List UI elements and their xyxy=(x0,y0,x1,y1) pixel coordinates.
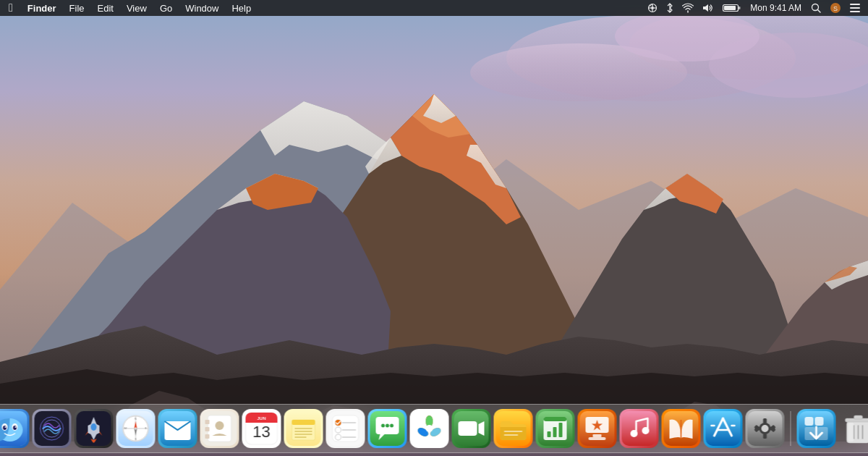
time-machine-icon[interactable] xyxy=(645,3,660,13)
menubar-right: Mon 9:41 AM S xyxy=(645,2,862,14)
svg-rect-157 xyxy=(848,423,854,442)
wallpaper xyxy=(0,0,868,456)
wifi-icon[interactable] xyxy=(680,3,696,13)
dock-trash[interactable] xyxy=(839,409,869,448)
battery-icon[interactable] xyxy=(720,4,743,12)
menubar-left:  Finder File Edit View Go Window Help xyxy=(6,0,257,16)
svg-rect-124 xyxy=(589,437,606,440)
svg-rect-147 xyxy=(815,417,824,426)
svg-rect-39 xyxy=(850,4,860,5)
svg-rect-117 xyxy=(548,431,551,437)
menubar:  Finder File Edit View Go Window Help xyxy=(0,0,868,16)
svg-rect-146 xyxy=(805,417,814,426)
dock-appstore[interactable] xyxy=(704,409,743,448)
dock-notes[interactable] xyxy=(284,409,323,448)
svg-rect-34 xyxy=(739,7,741,9)
svg-rect-118 xyxy=(553,427,557,437)
user-icon[interactable]: S xyxy=(827,2,843,14)
svg-point-74 xyxy=(216,421,224,430)
svg-point-30 xyxy=(651,7,654,9)
svg-text:N: N xyxy=(135,417,137,421)
svg-text:W: W xyxy=(124,426,127,430)
svg-rect-156 xyxy=(854,415,863,419)
dock-mail[interactable] xyxy=(158,409,197,448)
svg-rect-120 xyxy=(544,417,567,421)
svg-rect-73 xyxy=(205,434,210,439)
svg-point-100 xyxy=(390,424,393,428)
svg-point-49 xyxy=(5,426,7,428)
svg-rect-72 xyxy=(205,427,210,431)
menu-list-icon[interactable] xyxy=(848,4,862,12)
dock-finder[interactable] xyxy=(0,409,30,448)
svg-rect-131 xyxy=(706,411,741,446)
svg-point-47 xyxy=(3,426,7,430)
svg-point-50 xyxy=(15,426,17,428)
svg-rect-150 xyxy=(818,427,828,440)
menubar-window[interactable]: Window xyxy=(179,0,224,16)
apple-menu[interactable]:  xyxy=(6,0,20,16)
svg-rect-126 xyxy=(622,411,657,446)
svg-rect-137 xyxy=(763,418,767,423)
clock[interactable]: Mon 9:41 AM xyxy=(747,3,804,13)
dock-keynote[interactable] xyxy=(578,409,617,448)
dock: N S E W xyxy=(0,404,868,453)
svg-point-108 xyxy=(426,425,433,432)
dock-contacts[interactable] xyxy=(200,409,239,448)
svg-rect-41 xyxy=(850,11,860,12)
menubar-go[interactable]: Go xyxy=(154,0,178,16)
svg-text:E: E xyxy=(145,426,147,430)
bluetooth-icon[interactable] xyxy=(664,2,676,14)
svg-rect-40 xyxy=(850,7,860,9)
svg-point-48 xyxy=(13,426,17,430)
svg-rect-149 xyxy=(805,427,815,440)
svg-point-99 xyxy=(386,424,389,428)
menubar-finder[interactable]: Finder xyxy=(22,0,62,16)
dock-photos[interactable] xyxy=(410,409,449,448)
dock-music[interactable] xyxy=(620,409,659,448)
svg-rect-71 xyxy=(205,420,210,424)
dock-system-preferences[interactable] xyxy=(746,409,785,448)
svg-text:JUN: JUN xyxy=(257,416,265,421)
svg-point-136 xyxy=(762,425,769,432)
svg-point-5 xyxy=(615,11,760,62)
svg-text:S: S xyxy=(135,437,137,441)
menubar-view[interactable]: View xyxy=(121,0,153,16)
svg-rect-110 xyxy=(459,421,477,436)
dock-downloads[interactable] xyxy=(797,409,836,448)
dock-numbers[interactable] xyxy=(536,409,575,448)
svg-text:13: 13 xyxy=(252,423,270,441)
dock-launchpad[interactable] xyxy=(75,409,114,448)
menubar-help[interactable]: Help xyxy=(226,0,257,16)
menubar-file[interactable]: File xyxy=(64,0,90,16)
svg-rect-119 xyxy=(559,423,563,437)
svg-marker-32 xyxy=(703,4,708,12)
svg-rect-138 xyxy=(763,434,767,439)
dock-safari[interactable]: N S E W xyxy=(116,409,156,448)
dock-calendar[interactable]: JUN 13 xyxy=(242,409,281,448)
dock-messages[interactable] xyxy=(368,409,407,448)
svg-text:S: S xyxy=(833,5,838,12)
svg-point-128 xyxy=(642,427,650,434)
desktop:  Finder File Edit View Go Window Help xyxy=(0,0,868,456)
menubar-edit[interactable]: Edit xyxy=(92,0,119,16)
svg-point-98 xyxy=(381,424,385,428)
svg-rect-83 xyxy=(292,420,315,425)
search-icon[interactable] xyxy=(809,3,823,13)
volume-icon[interactable] xyxy=(700,3,716,13)
dock-facetime[interactable] xyxy=(452,409,491,448)
svg-rect-123 xyxy=(593,434,602,437)
dock-reminders[interactable] xyxy=(326,409,365,448)
dock-separator xyxy=(791,411,791,446)
svg-point-55 xyxy=(91,423,97,431)
dock-files[interactable] xyxy=(494,409,533,448)
svg-rect-35 xyxy=(724,6,736,10)
svg-point-127 xyxy=(631,430,638,437)
dock-books[interactable] xyxy=(662,409,701,448)
dock-siri[interactable] xyxy=(33,409,72,448)
